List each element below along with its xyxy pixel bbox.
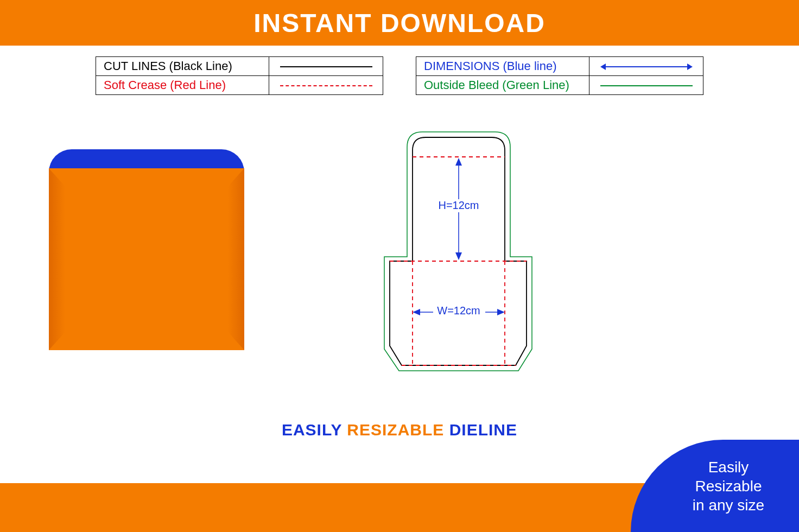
legend: CUT LINES (Black Line) Soft Crease (Red … (0, 56, 799, 95)
solid-green-line-icon (600, 85, 693, 86)
tagline-w2: RESIZABLE (347, 421, 444, 439)
legend-table-right: DIMENSIONS (Blue line) Outside Bleed (Gr… (416, 56, 703, 95)
legend-bleed-sample (589, 76, 703, 95)
badge-line2: Resizable (695, 477, 762, 496)
badge-line1: Easily (708, 458, 749, 477)
svg-marker-7 (455, 252, 462, 260)
badge-line3: in any size (693, 496, 764, 515)
svg-marker-11 (497, 309, 505, 315)
legend-table-left: CUT LINES (Black Line) Soft Crease (Red … (96, 56, 383, 95)
solid-line-icon (280, 66, 372, 67)
dashed-line-icon (280, 85, 372, 86)
dim-h-text2: H=12cm (438, 199, 479, 211)
page-title: INSTANT DOWNLOAD (253, 8, 546, 38)
tagline-w3: DIELINE (449, 421, 517, 439)
arrow-line-icon (600, 64, 693, 70)
legend-cutlines-sample (269, 57, 383, 76)
tagline-w1: EASILY (282, 421, 342, 439)
resizable-badge: Easily Resizable in any size (631, 440, 799, 532)
legend-bleed-label: Outside Bleed (Green Line) (416, 76, 589, 95)
header-banner: INSTANT DOWNLOAD (0, 0, 799, 46)
legend-dimensions-label: DIMENSIONS (Blue line) (416, 57, 589, 76)
dieline-diagram: H=12cm H=12cm W=12cm (369, 128, 565, 394)
legend-cutlines-label: CUT LINES (Black Line) (96, 57, 269, 76)
svg-marker-6 (455, 158, 462, 166)
envelope-front (49, 168, 244, 350)
legend-crease-sample (269, 76, 383, 95)
dim-w-text: W=12cm (437, 305, 480, 316)
legend-dimensions-sample (589, 57, 703, 76)
tagline: EASILY RESIZABLE DIELINE (0, 421, 799, 439)
envelope-mockup (49, 149, 244, 350)
legend-crease-label: Soft Crease (Red Line) (96, 76, 269, 95)
envelope-fold-left (49, 168, 65, 350)
svg-marker-10 (413, 309, 420, 315)
envelope-fold-right (228, 168, 244, 350)
